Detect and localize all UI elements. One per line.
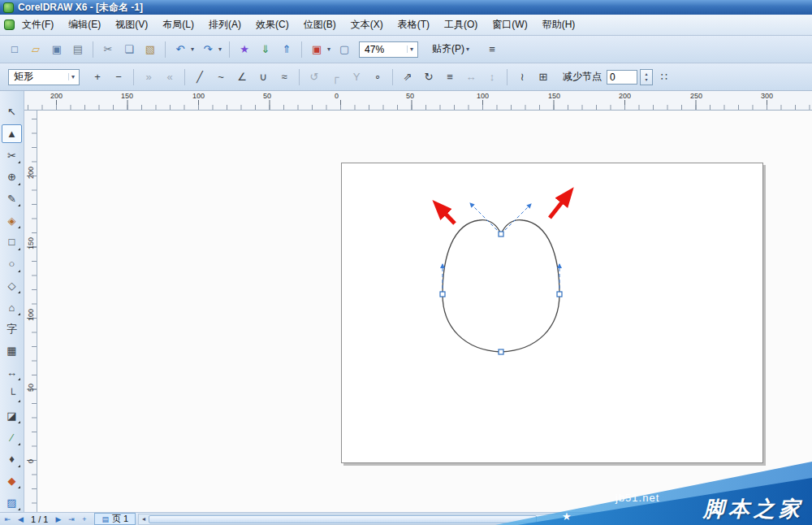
zoom-tool[interactable]: ⊕ [2, 167, 22, 187]
undo-dropdown-icon[interactable]: ▾ [191, 46, 194, 53]
pick-tool[interactable]: ↖ [2, 102, 22, 122]
menu-item-tools[interactable]: 工具(O) [437, 16, 485, 33]
menu-item-view[interactable]: 视图(V) [108, 16, 155, 33]
symmetrical-node-button[interactable]: ≈ [274, 67, 294, 87]
redo-button[interactable]: ↷ [198, 40, 218, 59]
next-page-button[interactable]: ▶ [52, 515, 64, 523]
fill-tool[interactable]: ◆ [2, 471, 22, 491]
search-content-button[interactable]: ★ [235, 40, 254, 59]
application-launcher-button[interactable]: ▣ [307, 40, 326, 59]
menu-item-edit[interactable]: 编辑(E) [61, 16, 108, 33]
new-document-button[interactable]: □ [5, 40, 24, 59]
dimension-tool[interactable]: ↔ [2, 362, 22, 382]
open-button[interactable]: ▱ [26, 40, 45, 59]
blend-tool[interactable]: ◪ [2, 406, 22, 426]
scroll-right-icon[interactable]: ▸ [798, 515, 808, 523]
print-button[interactable]: ▤ [68, 40, 88, 59]
zoom-level-combo[interactable]: 47% ▾ [359, 41, 418, 58]
horizontal-ruler[interactable]: 20015010050050100150200250300 [24, 91, 812, 111]
freehand-tool[interactable]: ✎ [2, 189, 22, 209]
drawing-page[interactable] [341, 163, 763, 463]
paste-button[interactable]: ▧ [140, 40, 160, 59]
connector-tool[interactable]: └ [2, 384, 22, 404]
menu-app-icon [4, 20, 15, 30]
polygon-tool[interactable]: ◇ [2, 276, 22, 296]
curve-smoothness-button[interactable]: ∷ [654, 67, 674, 87]
snap-to-label: 贴齐(P) [432, 42, 464, 56]
undo-button[interactable]: ↶ [171, 40, 190, 59]
menu-item-arrange[interactable]: 排列(A) [201, 16, 248, 33]
coreldraw-app-icon [3, 2, 14, 13]
ellipse-tool[interactable]: ○ [2, 254, 22, 274]
prev-page-button[interactable]: ◀ [15, 515, 27, 523]
add-page-button[interactable]: + [78, 515, 90, 523]
snap-to-dropdown[interactable]: 贴齐(P) ▾ [426, 40, 477, 59]
page-tab[interactable]: ▤ 页 1 [94, 513, 136, 525]
cusp-node-button[interactable]: ∠ [232, 67, 252, 87]
scrollbar-thumb[interactable] [149, 515, 537, 523]
reduce-nodes-stepper[interactable]: ▴ ▾ [640, 69, 653, 85]
zoom-dropdown-icon[interactable]: ▾ [407, 46, 416, 53]
stepper-down-icon[interactable]: ▾ [645, 77, 647, 83]
import-button[interactable]: ⇓ [256, 40, 275, 59]
stepper-up-icon[interactable]: ▴ [645, 72, 647, 77]
reduce-nodes-input[interactable] [607, 70, 637, 85]
menu-item-layout[interactable]: 布局(L) [155, 16, 201, 33]
reflect-horizontal-button[interactable]: ↔ [461, 67, 481, 87]
toolbar-separator [133, 69, 134, 85]
shape-type-dropdown-icon[interactable]: ▾ [68, 73, 77, 80]
outline-pen-tool[interactable]: ♦ [2, 449, 22, 469]
application-launcher-dropdown-icon[interactable]: ▾ [327, 46, 330, 53]
options-button[interactable]: ≡ [482, 40, 502, 59]
rotate-nodes-button[interactable]: ↻ [419, 67, 438, 87]
crop-tool[interactable]: ✂ [2, 145, 22, 165]
text-tool[interactable]: 字 [2, 319, 22, 339]
shape-tool[interactable]: ▲ [2, 124, 22, 144]
first-page-button[interactable]: ⇤ [2, 515, 14, 523]
convert-to-line-button[interactable]: ╱ [190, 67, 209, 87]
elastic-mode-button[interactable]: ≀ [512, 67, 532, 87]
redo-dropdown-icon[interactable]: ▾ [218, 46, 222, 53]
menu-bar: 文件(F)编辑(E)视图(V)布局(L)排列(A)效果(C)位图(B)文本(X)… [0, 15, 812, 36]
menu-item-bitmaps[interactable]: 位图(B) [296, 16, 343, 33]
copy-button[interactable]: ❏ [119, 40, 139, 59]
rectangle-tool[interactable]: □ [2, 232, 22, 252]
menu-item-window[interactable]: 窗口(W) [485, 16, 534, 33]
add-node-button[interactable]: + [88, 67, 107, 87]
select-all-nodes-button[interactable]: ⊞ [533, 67, 553, 87]
save-button[interactable]: ▣ [47, 40, 67, 59]
scroll-left-icon[interactable]: ◂ [139, 515, 149, 523]
canvas-area[interactable] [37, 111, 812, 512]
stretch-nodes-button[interactable]: ⇗ [398, 67, 417, 87]
break-curve-button[interactable]: « [160, 67, 179, 87]
last-page-button[interactable]: ⇥ [65, 515, 77, 523]
extract-subpath-button[interactable]: Y [347, 67, 366, 87]
close-curve-button[interactable]: ∘ [368, 67, 387, 87]
reflect-vertical-button[interactable]: ↕ [482, 67, 502, 87]
menu-item-effects[interactable]: 效果(C) [248, 16, 296, 33]
shape-type-combo[interactable]: 矩形 ▾ [8, 69, 80, 85]
export-button[interactable]: ⇑ [277, 40, 296, 59]
fullscreen-preview-button[interactable]: ▢ [335, 40, 354, 59]
table-tool[interactable]: ▦ [2, 341, 22, 361]
extend-curve-to-close-button[interactable]: ┌ [326, 67, 345, 87]
join-nodes-button[interactable]: » [139, 67, 158, 87]
delete-node-button[interactable]: − [109, 67, 128, 87]
color-eyedropper-tool[interactable]: ∕ [2, 427, 22, 447]
convert-to-curve-button[interactable]: ~ [211, 67, 231, 87]
artistic-media-tool[interactable]: ◈ [2, 210, 22, 230]
cut-button[interactable]: ✂ [98, 40, 118, 59]
menu-item-file[interactable]: 文件(F) [15, 16, 61, 33]
menu-item-table[interactable]: 表格(T) [391, 16, 437, 33]
toolbar-separator [507, 69, 508, 85]
basic-shapes-tool[interactable]: ⌂ [2, 297, 22, 317]
vertical-ruler[interactable]: 200150100500 [24, 111, 37, 512]
reverse-direction-button[interactable]: ↺ [304, 67, 324, 87]
menu-item-help[interactable]: 帮助(H) [535, 16, 583, 33]
menu-item-text[interactable]: 文本(X) [343, 16, 391, 33]
horizontal-scrollbar[interactable]: ◂ ▸ [138, 514, 809, 525]
smooth-node-button[interactable]: ∪ [253, 67, 273, 87]
align-nodes-button[interactable]: ≡ [440, 67, 460, 87]
ruler-tick-label: 100 [192, 92, 205, 100]
interactive-fill-tool[interactable]: ▨ [2, 492, 22, 512]
